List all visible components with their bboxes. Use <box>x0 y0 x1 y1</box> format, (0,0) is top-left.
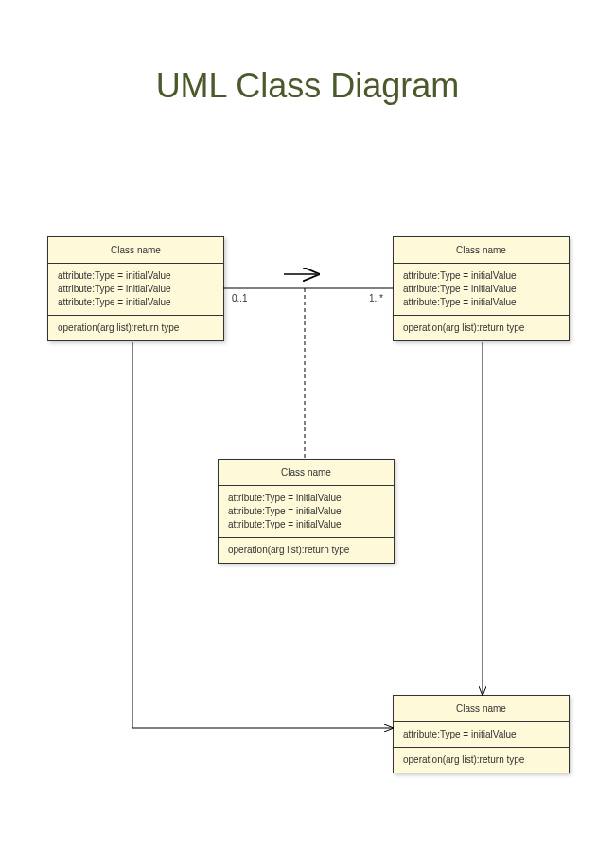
diagram-title: UML Class Diagram <box>0 66 615 106</box>
class-box-top-left: Class name attribute:Type = initialValue… <box>47 236 224 341</box>
attributes-compartment: attribute:Type = initialValue attribute:… <box>48 264 223 316</box>
multiplicity-left: 0..1 <box>232 293 248 304</box>
operation: operation(arg list):return type <box>403 321 559 335</box>
attribute: attribute:Type = initialValue <box>228 505 384 518</box>
class-box-middle: Class name attribute:Type = initialValue… <box>218 459 395 564</box>
operation: operation(arg list):return type <box>228 544 384 557</box>
attribute: attribute:Type = initialValue <box>228 518 384 531</box>
attribute: attribute:Type = initialValue <box>403 283 559 296</box>
attribute: attribute:Type = initialValue <box>58 296 214 309</box>
attribute: attribute:Type = initialValue <box>58 269 214 283</box>
class-name: Class name <box>219 460 394 486</box>
class-name: Class name <box>394 237 569 264</box>
operations-compartment: operation(arg list):return type <box>48 316 223 340</box>
operations-compartment: operation(arg list):return type <box>394 316 569 340</box>
class-box-bottom: Class name attribute:Type = initialValue… <box>393 695 570 773</box>
attribute: attribute:Type = initialValue <box>403 269 559 283</box>
attribute: attribute:Type = initialValue <box>58 283 214 296</box>
attribute: attribute:Type = initialValue <box>228 492 384 505</box>
attribute: attribute:Type = initialValue <box>403 296 559 309</box>
multiplicity-right: 1..* <box>369 293 383 304</box>
class-name: Class name <box>48 237 223 264</box>
class-box-top-right: Class name attribute:Type = initialValue… <box>393 236 570 341</box>
operation: operation(arg list):return type <box>58 321 214 335</box>
attributes-compartment: attribute:Type = initialValue <box>394 722 569 748</box>
operations-compartment: operation(arg list):return type <box>394 748 569 773</box>
attributes-compartment: attribute:Type = initialValue attribute:… <box>219 486 394 538</box>
class-name: Class name <box>394 696 569 722</box>
operation: operation(arg list):return type <box>403 754 559 767</box>
attributes-compartment: attribute:Type = initialValue attribute:… <box>394 264 569 316</box>
attribute: attribute:Type = initialValue <box>403 728 559 741</box>
operations-compartment: operation(arg list):return type <box>219 538 394 563</box>
